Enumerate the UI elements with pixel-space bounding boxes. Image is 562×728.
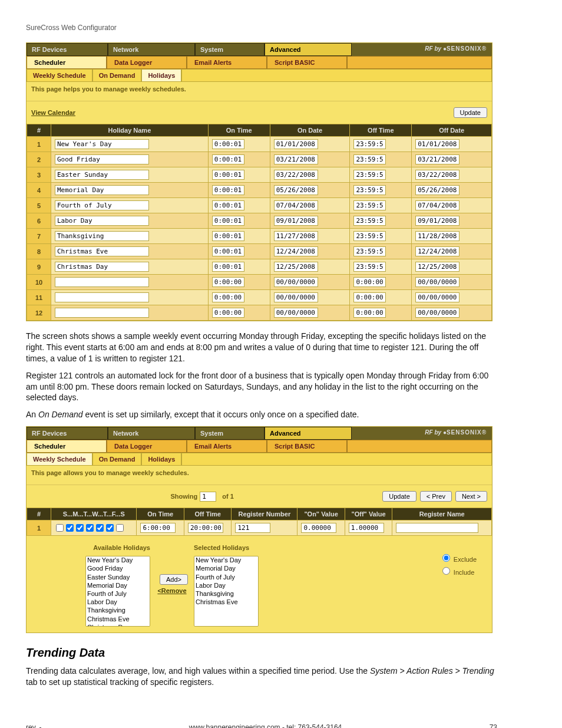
day-checkbox[interactable] — [76, 524, 84, 532]
showing-input[interactable] — [200, 492, 216, 502]
cell-on_t[interactable] — [212, 154, 244, 164]
cell-off_t[interactable] — [353, 308, 386, 318]
cell-off_d[interactable] — [415, 154, 459, 164]
include-radio[interactable]: Include — [439, 565, 477, 576]
cell-off_d[interactable] — [415, 292, 459, 302]
cell-off_d[interactable] — [415, 231, 459, 241]
list-item[interactable]: New Year's Day — [86, 556, 150, 565]
cell-off_t[interactable] — [353, 262, 386, 272]
cell-on_d[interactable] — [274, 200, 318, 210]
cell-on_d[interactable] — [274, 292, 318, 302]
tab-scheduler[interactable]: Scheduler — [27, 440, 107, 453]
list-item[interactable]: Memorial Day — [86, 582, 150, 590]
view-calendar-link[interactable]: View Calendar — [31, 109, 75, 116]
cell-on_t[interactable] — [212, 185, 244, 195]
tab-email-alerts[interactable]: Email Alerts — [187, 440, 267, 453]
day-checkbox[interactable] — [86, 524, 94, 532]
cell-on_t[interactable] — [212, 200, 244, 210]
cell-name[interactable] — [55, 277, 149, 287]
day-checkbox[interactable] — [116, 524, 124, 532]
cell-name[interactable] — [55, 231, 149, 241]
tab-network[interactable]: Network — [108, 427, 195, 440]
cell-off_t[interactable] — [353, 246, 386, 256]
cell-on_t[interactable] — [212, 139, 244, 149]
cell-name[interactable] — [55, 308, 149, 318]
cell-name[interactable] — [55, 170, 149, 180]
tab-scheduler[interactable]: Scheduler — [27, 56, 107, 69]
selected-holidays[interactable]: New Year's DayMemorial DayFourth of July… — [194, 556, 259, 627]
cell-name[interactable] — [55, 200, 149, 210]
cell-off_d[interactable] — [415, 139, 459, 149]
tab-rf-devices[interactable]: RF Devices — [27, 427, 108, 440]
cell-on_d[interactable] — [274, 246, 318, 256]
tab-network[interactable]: Network — [108, 43, 195, 56]
list-item[interactable]: Memorial Day — [194, 565, 258, 573]
update-button-holidays[interactable]: Update — [454, 107, 487, 118]
cell-on_t[interactable] — [212, 262, 244, 272]
cell-off_d[interactable] — [415, 185, 459, 195]
list-item[interactable]: Thanksgiving — [86, 607, 150, 615]
cell-name[interactable] — [55, 262, 149, 272]
cell-off_t[interactable] — [353, 154, 386, 164]
cell-on_t[interactable] — [212, 216, 244, 226]
tab-system[interactable]: System — [195, 427, 265, 440]
cell-off_d[interactable] — [415, 246, 459, 256]
cell-on_t[interactable] — [212, 246, 244, 256]
cell-off_t[interactable] — [353, 216, 386, 226]
cell-off_d[interactable] — [415, 200, 459, 210]
cell-off_d[interactable] — [415, 170, 459, 180]
cell-on_t[interactable] — [140, 523, 176, 533]
cell-off_d[interactable] — [415, 216, 459, 226]
tab-data-logger[interactable]: Data Logger — [107, 440, 187, 453]
next-button[interactable]: Next > — [455, 491, 487, 502]
list-item[interactable]: Fourth of July — [194, 574, 258, 582]
add-button[interactable]: Add> — [160, 574, 188, 585]
tab-on-demand[interactable]: On Demand — [92, 453, 142, 466]
cell-on_d[interactable] — [274, 231, 318, 241]
prev-button[interactable]: < Prev — [420, 491, 452, 502]
cell-off_t[interactable] — [353, 292, 386, 302]
cell-on_t[interactable] — [212, 231, 244, 241]
tab-script-basic[interactable]: Script BASIC — [267, 440, 347, 453]
cell-on_t[interactable] — [212, 277, 244, 287]
tab-data-logger[interactable]: Data Logger — [107, 56, 187, 69]
day-checkbox[interactable] — [66, 524, 74, 532]
exclude-radio[interactable]: Exclude — [439, 552, 477, 563]
cell-on_d[interactable] — [274, 308, 318, 318]
cell-name[interactable] — [55, 216, 149, 226]
cell-on_d[interactable] — [274, 185, 318, 195]
cell-on_d[interactable] — [274, 216, 318, 226]
cell-name[interactable] — [55, 139, 149, 149]
tab-email-alerts[interactable]: Email Alerts — [187, 56, 267, 69]
list-item[interactable]: Labor Day — [86, 598, 150, 607]
cell-on_d[interactable] — [274, 154, 318, 164]
cell-off_d[interactable] — [415, 277, 459, 287]
cell-reg[interactable] — [235, 523, 270, 533]
cell-off_t[interactable] — [353, 231, 386, 241]
day-checkbox[interactable] — [56, 524, 64, 532]
day-checkbox[interactable] — [96, 524, 104, 532]
tab-system[interactable]: System — [195, 43, 265, 56]
list-item[interactable]: Easter Sunday — [86, 574, 150, 582]
list-item[interactable]: Christmas Eve — [194, 598, 258, 607]
list-item[interactable]: Labor Day — [194, 582, 258, 590]
cell-onv[interactable] — [301, 523, 336, 533]
available-holidays[interactable]: New Year's DayGood FridayEaster SundayMe… — [85, 556, 150, 627]
list-item[interactable]: Christmas Day — [86, 624, 150, 627]
tab-on-demand[interactable]: On Demand — [92, 69, 142, 82]
update-button-weekly[interactable]: Update — [382, 491, 416, 502]
cell-name[interactable] — [55, 246, 149, 256]
tab-rf-devices[interactable]: RF Devices — [27, 43, 108, 56]
list-item[interactable]: Christmas Eve — [86, 615, 150, 624]
cell-off_t[interactable] — [353, 185, 386, 195]
list-item[interactable]: Good Friday — [86, 565, 150, 573]
cell-off_t[interactable] — [188, 523, 223, 533]
cell-on_d[interactable] — [274, 139, 318, 149]
cell-off_d[interactable] — [415, 308, 459, 318]
cell-name[interactable] — [55, 185, 149, 195]
cell-on_t[interactable] — [212, 308, 244, 318]
cell-on_d[interactable] — [274, 262, 318, 272]
cell-on_t[interactable] — [212, 170, 244, 180]
tab-advanced[interactable]: Advanced — [265, 427, 352, 440]
tab-script-basic[interactable]: Script BASIC — [267, 56, 347, 69]
